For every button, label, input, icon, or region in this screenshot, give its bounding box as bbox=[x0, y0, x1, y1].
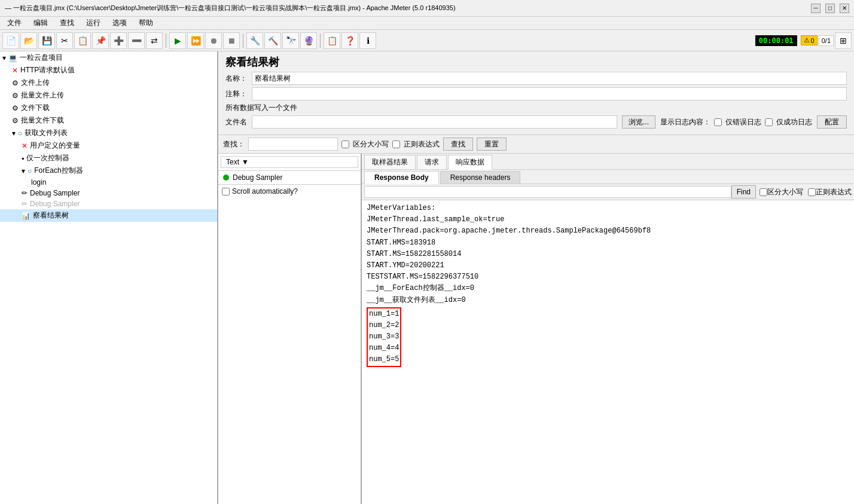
tree-label-root: 一粒云盘项目 bbox=[20, 53, 63, 63]
left-panel: ▾ 💻 一粒云盘项目 ✕ HTTP请求默认值 ⚙ 文件上传 ⚙ 批量文件上传 ⚙… bbox=[0, 51, 218, 504]
response-line-7: __jm__ForEach控制器__idx=0 bbox=[367, 283, 849, 294]
tree-label-file-download: 文件下载 bbox=[21, 103, 50, 113]
open-button[interactable]: 📂 bbox=[20, 32, 37, 49]
regex-checkbox[interactable] bbox=[392, 140, 400, 148]
copy-button[interactable]: 📋 bbox=[74, 32, 91, 49]
run-button[interactable]: ▶ bbox=[169, 32, 186, 49]
reset-button[interactable]: 重置 bbox=[477, 138, 507, 151]
menu-edit[interactable]: 编辑 bbox=[29, 17, 53, 29]
sample-tree: Text ▼ Debug Sampler Scroll automaticall… bbox=[218, 154, 362, 504]
find-button[interactable]: Find bbox=[731, 185, 756, 198]
sample-label-debug: Debug Sampler bbox=[233, 173, 282, 182]
response-body: JMeterVariables: JMeterThread.last_sampl… bbox=[362, 200, 854, 504]
tab-sampler-result[interactable]: 取样器结果 bbox=[364, 155, 416, 169]
case-sensitive-checkbox[interactable] bbox=[341, 140, 349, 148]
tree-item-batch-download[interactable]: ⚙ 批量文件下载 bbox=[0, 114, 217, 127]
main-layout: ▾ 💻 一粒云盘项目 ✕ HTTP请求默认值 ⚙ 文件上传 ⚙ 批量文件上传 ⚙… bbox=[0, 51, 854, 504]
list-button[interactable]: 📋 bbox=[324, 32, 340, 49]
filename-input[interactable] bbox=[252, 115, 617, 129]
menu-file[interactable]: 文件 bbox=[2, 17, 26, 29]
search-input[interactable] bbox=[248, 138, 338, 151]
panel-header: 察看结果树 名称： 注释： 所有数据写入一个文件 文件名 浏览... 显示日志内… bbox=[218, 51, 854, 135]
search-button[interactable]: 查找 bbox=[443, 138, 473, 151]
timer-display: 00:00:01 bbox=[755, 35, 797, 46]
expand-button[interactable]: ➕ bbox=[110, 32, 127, 49]
tree-item-once-controller[interactable]: ▪ 仅一次控制器 bbox=[0, 152, 217, 164]
file-row: 文件名 浏览... 显示日志内容： 仅错误日志 仅成功日志 配置 bbox=[225, 115, 847, 129]
sample-item-debug[interactable]: Debug Sampler bbox=[218, 171, 361, 184]
tree-item-debug2[interactable]: ✏ Debug Sampler bbox=[0, 198, 217, 209]
debug2-icon: ✏ bbox=[22, 200, 28, 208]
result-tree-icon: 📊 bbox=[22, 212, 30, 220]
tree-label-foreach-controller: ForEach控制器 bbox=[34, 166, 83, 176]
save-button[interactable]: 💾 bbox=[38, 32, 55, 49]
warning-icon: ⚠ bbox=[804, 36, 810, 44]
success-log-checkbox[interactable] bbox=[765, 118, 773, 126]
filename-label: 文件名 bbox=[225, 117, 247, 127]
sub-tab-response-body[interactable]: Response Body bbox=[364, 171, 439, 184]
tree-item-login[interactable]: login bbox=[0, 177, 217, 188]
tree-item-debug1[interactable]: ✏ Debug Sampler bbox=[0, 188, 217, 198]
tree-item-root[interactable]: ▾ 💻 一粒云盘项目 bbox=[0, 51, 217, 64]
stop-all-button[interactable]: ⏹ bbox=[223, 32, 240, 49]
tree-item-batch-upload[interactable]: ⚙ 批量文件上传 bbox=[0, 89, 217, 102]
counter-display: 0/1 bbox=[819, 35, 834, 46]
toolbar: 📄 📂 💾 ✂ 📋 📌 ➕ ➖ ⇄ ▶ ⏩ ⏺ ⏹ 🔧 🔨 🔭 🔮 📋 ❓ ℹ … bbox=[0, 30, 854, 51]
minimize-button[interactable]: ─ bbox=[811, 4, 821, 13]
menu-options[interactable]: 选项 bbox=[108, 17, 132, 29]
tools1-button[interactable]: 🔧 bbox=[246, 32, 263, 49]
highlight-line-4: num_5=5 bbox=[369, 354, 399, 365]
maximize-button[interactable]: □ bbox=[825, 4, 835, 13]
run-all-button[interactable]: ⏩ bbox=[187, 32, 204, 49]
get-list-dot: ○ bbox=[18, 129, 22, 138]
close-button[interactable]: ✕ bbox=[840, 4, 849, 13]
result-search-input[interactable] bbox=[364, 186, 731, 198]
tree-item-get-list[interactable]: ▾ ○ 获取文件列表 bbox=[0, 127, 217, 139]
tools2-button[interactable]: 🔨 bbox=[264, 32, 281, 49]
tab-request[interactable]: 请求 bbox=[417, 155, 447, 169]
log-content-label: 显示日志内容： 仅错误日志 仅成功日志 bbox=[660, 117, 812, 127]
name-input[interactable] bbox=[252, 72, 847, 85]
regex-label: 正则表达式 bbox=[404, 139, 440, 149]
toggle-button[interactable]: ⇄ bbox=[146, 32, 163, 49]
comment-input[interactable] bbox=[252, 87, 847, 100]
dropdown-label: Text bbox=[226, 158, 239, 166]
tab-response-data[interactable]: 响应数据 bbox=[448, 155, 492, 170]
info-button[interactable]: ℹ bbox=[359, 32, 376, 49]
tree-item-user-vars[interactable]: ✕ 用户定义的变量 bbox=[0, 139, 217, 152]
title-bar: — 一粒云盘项目.jmx (C:\Users\acer\Desktop\Jmet… bbox=[0, 0, 854, 17]
tree-label-debug1: Debug Sampler bbox=[30, 189, 80, 197]
search-label: 查找： bbox=[223, 139, 245, 149]
highlight-line-3: num_4=4 bbox=[369, 343, 399, 354]
new-button[interactable]: 📄 bbox=[2, 32, 19, 49]
menu-bar: 文件 编辑 查找 运行 选项 帮助 bbox=[0, 17, 854, 30]
theme-button[interactable]: ⊞ bbox=[835, 32, 852, 49]
browse-button[interactable]: 浏览... bbox=[622, 115, 655, 129]
result-case-checkbox[interactable] bbox=[760, 188, 767, 196]
menu-help[interactable]: 帮助 bbox=[134, 17, 158, 29]
tree-item-file-upload[interactable]: ⚙ 文件上传 bbox=[0, 77, 217, 89]
stop-button[interactable]: ⏺ bbox=[205, 32, 222, 49]
menu-find[interactable]: 查找 bbox=[55, 17, 79, 29]
text-dropdown[interactable]: Text ▼ bbox=[221, 156, 358, 168]
tree-item-foreach-controller[interactable]: ▾ ○ ForEach控制器 bbox=[0, 164, 217, 177]
scroll-auto-checkbox[interactable] bbox=[222, 188, 230, 196]
tree-label-file-upload: 文件上传 bbox=[21, 78, 50, 88]
response-line-1: JMeterThread.last_sample_ok=true bbox=[367, 214, 849, 225]
file-download-icon: ⚙ bbox=[12, 104, 19, 112]
binoculars-button[interactable]: 🔭 bbox=[282, 32, 299, 49]
tree-item-http-default[interactable]: ✕ HTTP请求默认值 bbox=[0, 64, 217, 77]
error-log-checkbox[interactable] bbox=[714, 118, 722, 126]
tree-item-result-tree[interactable]: 📊 察看结果树 bbox=[0, 209, 217, 222]
cut-button[interactable]: ✂ bbox=[56, 32, 73, 49]
tree-item-file-download[interactable]: ⚙ 文件下载 bbox=[0, 102, 217, 114]
paste-button[interactable]: 📌 bbox=[92, 32, 109, 49]
config-button[interactable]: 配置 bbox=[817, 115, 847, 129]
write-all-label: 所有数据写入一个文件 bbox=[225, 103, 847, 113]
sub-tab-response-headers[interactable]: Response headers bbox=[440, 171, 521, 184]
collapse-button[interactable]: ➖ bbox=[128, 32, 145, 49]
help2-button[interactable]: ❓ bbox=[341, 32, 358, 49]
result-regex-checkbox[interactable] bbox=[808, 188, 816, 196]
menu-run[interactable]: 运行 bbox=[81, 17, 105, 29]
magic-button[interactable]: 🔮 bbox=[300, 32, 317, 49]
